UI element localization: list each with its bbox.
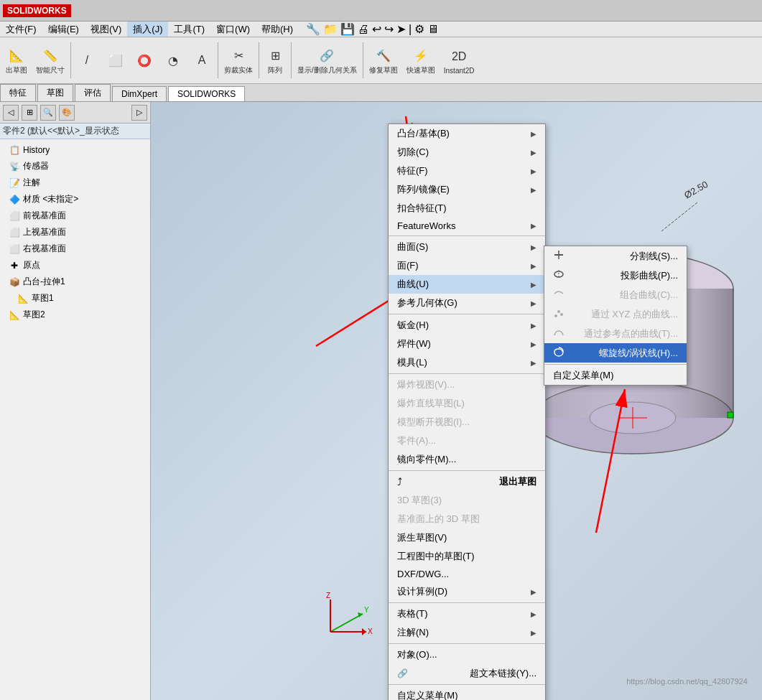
sidebar-item-sketch1[interactable]: 📐 草图1 (0, 290, 150, 307)
sidebar-collapse-btn[interactable]: ▷ (131, 105, 147, 121)
curves-composite: 组合曲线(C)... (544, 285, 687, 304)
menu-hyperlink-label: 超文本链接(Y)... (470, 667, 536, 680)
toolbar-instant2d-btn[interactable]: 2D Instant2D (440, 45, 479, 77)
menu-window[interactable]: 窗口(W) (210, 22, 256, 37)
curves-menu: 分割线(S)... 投影曲线(P)... 组合曲线(C)... 通过 XYZ 点… (544, 246, 687, 386)
sidebar-btn-2[interactable]: ⊞ (22, 105, 37, 121)
menu-cut-label: 切除(C) (397, 146, 429, 159)
menu-object[interactable]: 对象(O)... (389, 645, 545, 664)
toolbar-array-btn[interactable]: ⊞ 阵列 (261, 43, 289, 78)
toolbar-circle-btn[interactable]: ⭕ (130, 48, 159, 73)
toolbar-icon-7[interactable]: ⚙ (414, 22, 424, 36)
menu-mirror[interactable]: 镜向零件(M)... (389, 450, 545, 469)
menu-edit[interactable]: 编辑(E) (42, 22, 85, 37)
toolbar-icon-5[interactable]: ↩ (372, 22, 381, 36)
menu-exitsketch[interactable]: ⤴ 退出草图 (389, 472, 545, 491)
menu-face[interactable]: 面(F) ▶ (389, 256, 545, 275)
sep3 (259, 42, 259, 78)
toolbar-arc-btn[interactable]: ◔ (159, 48, 187, 73)
menu-file[interactable]: 文件(F) (0, 22, 42, 37)
tab-evaluate[interactable]: 评估 (75, 84, 111, 101)
svg-point-30 (554, 314, 557, 317)
sidebar-item-material[interactable]: 🔷 材质 <未指定> (0, 191, 150, 207)
main-layout: ◁ ⊞ 🔍 🎨 ▷ 零件2 (默认<<默认>_显示状态 📋 History 📡 … (0, 102, 762, 700)
toolbar-icon-2[interactable]: 📁 (323, 22, 338, 36)
menu-table[interactable]: 表格(T) ▶ (389, 605, 545, 623)
toolbar-icon-1[interactable]: 🔧 (306, 22, 320, 36)
annotation-icon: 📝 (9, 177, 20, 189)
menu-tools[interactable]: 工具(T) (168, 22, 210, 37)
helix-icon (553, 346, 564, 360)
menu-weld[interactable]: 焊件(W) ▶ (389, 335, 545, 353)
quick-label: 快速草图 (406, 65, 435, 75)
sidebar-item-origin[interactable]: ✚ 原点 (0, 257, 150, 274)
toolbar-icon-8[interactable]: 🖥 (427, 23, 439, 36)
toolbar-repair-btn[interactable]: 🔨 修复草图 (365, 43, 402, 78)
toolbar-icon-4[interactable]: 🖨 (358, 23, 369, 36)
sidebar-item-boss1[interactable]: 📦 凸台-拉伸1 (0, 274, 150, 290)
toolbar-quick-btn[interactable]: ⚡ 快速草图 (402, 43, 440, 78)
menu-array[interactable]: 阵列/镜像(E) ▶ (389, 180, 545, 199)
toolbar-text-btn[interactable]: A (187, 48, 216, 73)
curves-splitline[interactable]: 分割线(S)... (544, 246, 687, 266)
menu-curve[interactable]: 曲线(U) ▶ (389, 275, 545, 294)
toolbar-icon-3[interactable]: 💾 (340, 22, 355, 36)
curves-helix[interactable]: 螺旋线/涡状线(H)... (544, 343, 687, 363)
tab-sw[interactable]: SOLIDWORKS (168, 86, 245, 101)
sidebar-item-history[interactable]: 📋 History (0, 142, 150, 158)
menu-mold[interactable]: 模具(L) ▶ (389, 353, 545, 372)
watermark: https://blog.csdn.net/qq_42807924 (626, 677, 748, 686)
text-icon: A (192, 50, 212, 70)
menu-table-label: 表格(T) (397, 607, 428, 620)
sidebar-item-top[interactable]: ⬜ 上视基准面 (0, 224, 150, 241)
toolbar-icon-6[interactable]: ↪ (384, 22, 394, 36)
sidebar-item-right[interactable]: ⬜ 右视基准面 (0, 241, 150, 257)
menu-deform[interactable]: 扣合特征(T) (389, 199, 545, 218)
sidebar-item-annotation[interactable]: 📝 注解 (0, 174, 150, 191)
toolbar-rect-btn[interactable]: ⬜ (101, 48, 130, 73)
toolbar-sketch-btn[interactable]: 📐 出草图 (1, 43, 32, 78)
menu-sheetmetal[interactable]: 钣金(H) ▶ (389, 316, 545, 335)
menu-boss-label: 凸台/基体(B) (397, 127, 450, 140)
sketch2-label: 草图2 (23, 309, 45, 321)
toolbar-line-btn[interactable]: / (73, 48, 101, 73)
menu-cut[interactable]: 切除(C) ▶ (389, 143, 545, 162)
menu-drawingsketch[interactable]: 工程图中的草图(T) (389, 547, 545, 566)
menu-featureworks[interactable]: FeatureWorks ▶ (389, 218, 545, 234)
menu-view[interactable]: 视图(V) (85, 22, 127, 37)
circle-icon: ⭕ (134, 50, 154, 70)
menu-help[interactable]: 帮助(H) (256, 22, 299, 37)
menu-dxf[interactable]: DXF/DWG... (389, 566, 545, 582)
menu-custommenu[interactable]: 自定义菜单(M) (389, 686, 545, 700)
menu-derivesketch[interactable]: 派生草图(V) (389, 528, 545, 547)
menu-surface[interactable]: 曲面(S) ▶ (389, 238, 545, 256)
menu-explode: 爆炸视图(V)... (389, 375, 545, 394)
menu-insert[interactable]: 插入(J) (127, 22, 168, 37)
sidebar-btn-1[interactable]: ◁ (3, 105, 19, 121)
sidebar-item-front[interactable]: ⬜ 前视基准面 (0, 207, 150, 224)
toolbar-trim-btn[interactable]: ✂ 剪裁实体 (220, 43, 257, 78)
toolbar-arrow[interactable]: ➤ (396, 22, 406, 36)
toolbar-smartdim-btn[interactable]: 📏 智能尺寸 (32, 43, 69, 78)
menu-boss[interactable]: 凸台/基体(B) ▶ (389, 124, 545, 143)
sidebar-btn-3[interactable]: 🔍 (40, 105, 56, 121)
front-icon: ⬜ (9, 210, 20, 222)
curves-projected[interactable]: 投影曲线(P)... (544, 266, 687, 285)
sensor-icon: 📡 (9, 161, 20, 172)
tab-sketch[interactable]: 草图 (37, 84, 73, 101)
sidebar-item-sketch2[interactable]: 📐 草图2 (0, 307, 150, 323)
menu-feature[interactable]: 特征(F) ▶ (389, 162, 545, 180)
tab-draft[interactable]: 特征 (0, 84, 36, 101)
sidebar-item-sensor[interactable]: 📡 传感器 (0, 158, 150, 174)
tab-dimxpert[interactable]: DimXpert (112, 86, 167, 101)
sidebar-btn-4[interactable]: 🎨 (59, 105, 75, 121)
curves-custommenu[interactable]: 自定义菜单(M) (544, 366, 687, 385)
menu-modelbreak: 模型断开视图(I)... (389, 413, 545, 431)
menu-hyperlink[interactable]: 🔗 超文本链接(Y)... (389, 664, 545, 683)
menu-refgeo[interactable]: 参考几何体(G) ▶ (389, 294, 545, 312)
toolbar-showrel-btn[interactable]: 🔗 显示/删除几何关系 (293, 43, 361, 78)
menu-designtable[interactable]: 设计算例(D) ▶ (389, 582, 545, 601)
menu-note[interactable]: 注解(N) ▶ (389, 623, 545, 642)
menu-mirror-label: 镜向零件(M)... (397, 453, 456, 466)
menu-feature-label: 特征(F) (397, 164, 428, 177)
